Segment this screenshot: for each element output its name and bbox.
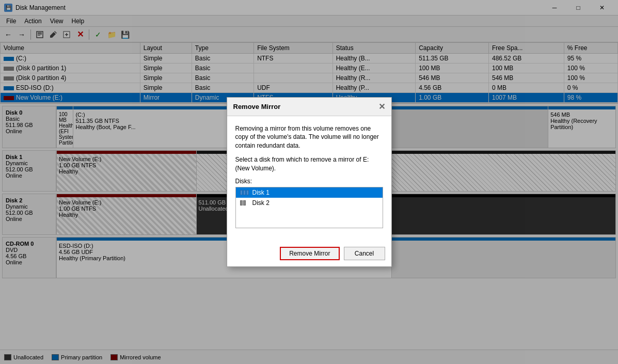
modal-overlay: Remove Mirror ✕ Removing a mirror from t… <box>0 0 618 364</box>
disk1-label: Disk 1 <box>252 189 270 196</box>
modal-body: Removing a mirror from this volume remov… <box>227 116 391 243</box>
disk-listbox[interactable]: Disk 1 Disk 2 <box>235 187 383 228</box>
modal-title-bar: Remove Mirror ✕ <box>227 98 391 116</box>
modal-footer: Remove Mirror Cancel <box>227 243 391 266</box>
remove-mirror-button[interactable]: Remove Mirror <box>280 247 339 260</box>
disk2-icon <box>240 200 249 206</box>
remove-mirror-dialog: Remove Mirror ✕ Removing a mirror from t… <box>227 97 392 267</box>
modal-desc-1: Removing a mirror from this volume remov… <box>235 124 383 150</box>
listbox-item-disk2[interactable]: Disk 2 <box>236 198 383 208</box>
modal-desc-2: Select a disk from which to remove a mir… <box>235 155 383 173</box>
disk2-label: Disk 2 <box>252 199 270 207</box>
modal-close-button[interactable]: ✕ <box>378 102 385 112</box>
disk1-icon <box>240 189 249 196</box>
disks-label: Disks: <box>235 178 383 185</box>
cancel-button[interactable]: Cancel <box>344 247 385 260</box>
modal-title-text: Remove Mirror <box>233 103 281 110</box>
listbox-item-disk1[interactable]: Disk 1 <box>236 187 383 198</box>
